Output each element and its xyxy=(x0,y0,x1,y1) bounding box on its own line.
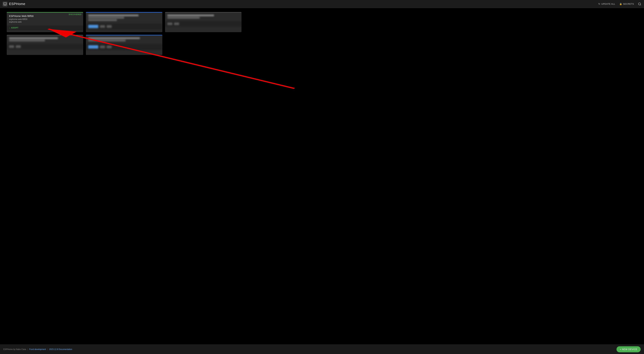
device-grid: DISCOVERED ESPHome Web f6ff30 esphome-we… xyxy=(7,12,242,55)
adopt-button[interactable]: ↓ ADOPT xyxy=(9,27,18,29)
update-icon: ↻ xyxy=(598,3,600,5)
documentation-link[interactable]: 2023.12.8 Documentation xyxy=(49,348,72,351)
card-actions-3 xyxy=(165,21,242,26)
fund-development-link[interactable]: Fund development xyxy=(29,348,46,351)
card-actions-5 xyxy=(86,44,162,50)
main-content: DISCOVERED ESPHome Web f6ff30 esphome-we… xyxy=(0,8,644,59)
card-body-4 xyxy=(7,35,83,44)
card-actions-4 xyxy=(7,44,83,49)
header-actions: ↻ UPDATE ALL 🔒 SECRETS xyxy=(598,2,641,6)
logo-area: ESPHome xyxy=(3,2,598,6)
update-all-button[interactable]: ↻ UPDATE ALL xyxy=(598,3,615,5)
svg-rect-0 xyxy=(4,3,6,5)
card-actions-1: ↓ ADOPT xyxy=(7,25,83,30)
lock-icon: 🔒 xyxy=(619,3,622,5)
download-icon: ↓ xyxy=(9,27,10,29)
new-device-button[interactable]: + NEW DEVICE xyxy=(616,346,641,352)
footer-brand: ESPHome by Nabu Casa xyxy=(3,348,26,351)
device-card-offline-2 xyxy=(7,35,83,55)
card-body-5 xyxy=(86,35,162,44)
app-header: ESPHome ↻ UPDATE ALL 🔒 SECRETS xyxy=(0,0,644,8)
card-body-3 xyxy=(165,12,242,21)
main-wrapper: DISCOVERED ESPHome Web f6ff30 esphome-we… xyxy=(0,8,644,59)
device-card-online-1 xyxy=(86,12,162,32)
logo-icon xyxy=(3,2,8,6)
footer-sep-1: | xyxy=(27,348,28,351)
footer-sep-2: | xyxy=(47,348,48,351)
app-footer: ESPHome by Nabu Casa | Fund development … xyxy=(0,345,644,354)
card-subtitle2-1: esphome.web xyxy=(9,21,81,23)
footer-links: ESPHome by Nabu Casa | Fund development … xyxy=(3,348,72,351)
svg-point-1 xyxy=(638,3,641,5)
card-subtitle1-1: esphome-web-f6ff30 xyxy=(9,18,81,20)
card-actions-2 xyxy=(86,23,162,29)
secrets-button[interactable]: 🔒 SECRETS xyxy=(619,3,634,5)
search-button[interactable] xyxy=(638,2,641,6)
card-body-2 xyxy=(86,12,162,23)
discovered-badge: DISCOVERED xyxy=(69,13,82,15)
app-title: ESPHome xyxy=(9,2,25,6)
device-card-online-2 xyxy=(86,35,162,55)
device-card-discovered: DISCOVERED ESPHome Web f6ff30 esphome-we… xyxy=(7,12,83,32)
device-card-offline-1 xyxy=(165,12,242,32)
